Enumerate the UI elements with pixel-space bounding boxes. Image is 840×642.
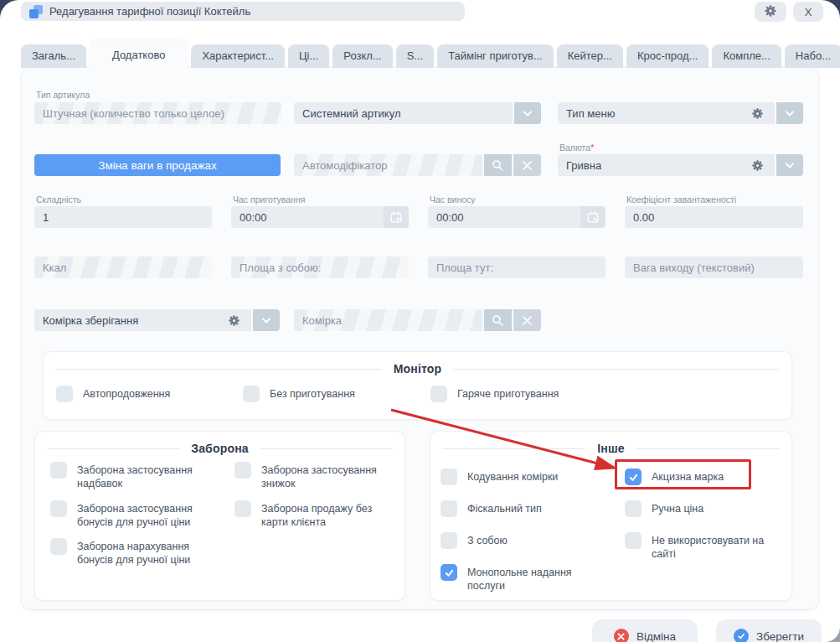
- complexity-field[interactable]: 1: [34, 206, 212, 228]
- tab-characteristics[interactable]: Характерист...: [191, 44, 285, 68]
- checkbox-manual-price[interactable]: Ручна ціна: [625, 500, 788, 517]
- currency-label: Валюта*: [559, 142, 594, 153]
- tab-cooking-timing[interactable]: Таймінг приготув...: [437, 44, 553, 68]
- dialog-titlebar: Редагування тарифної позиції Коктейль: [21, 2, 465, 21]
- tab-prices[interactable]: Ці...: [288, 44, 329, 68]
- other-section: Інше Кодування комірки Фіскальний тип З …: [430, 431, 792, 601]
- weight-output-field[interactable]: Вага виходу (текстовий): [625, 256, 803, 278]
- storage-cell-select[interactable]: Комірка зберігання: [34, 309, 280, 331]
- save-button[interactable]: Зберегти: [716, 619, 822, 642]
- area-togo-field[interactable]: Площа з собою:: [231, 256, 409, 278]
- checkbox-monopoly-service[interactable]: Монопольне надання послуги: [441, 564, 616, 593]
- menu-type-select[interactable]: Тип меню: [558, 102, 803, 124]
- save-check-icon: [734, 629, 749, 642]
- chevron-down-icon[interactable]: [514, 102, 541, 124]
- checkbox-box[interactable]: [441, 469, 457, 485]
- gear-icon[interactable]: [748, 156, 766, 174]
- other-section-title: Інше: [442, 442, 780, 455]
- gear-icon[interactable]: [224, 311, 243, 329]
- tab-cross-sale[interactable]: Крос-прод...: [626, 44, 709, 68]
- load-factor-label: Коефіцієнт завантаженості: [626, 194, 736, 205]
- checkbox-prohibit-bonuses-manual-price[interactable]: Заборона застосування бонусів для ручної…: [50, 500, 218, 530]
- checkbox-auto-continue[interactable]: Автопродовження: [56, 386, 243, 402]
- dialog-settings-button[interactable]: [755, 2, 786, 22]
- currency-select[interactable]: Гривна: [558, 154, 803, 176]
- tab-sets[interactable]: Набо...: [785, 44, 840, 68]
- checkbox-box[interactable]: [625, 500, 642, 517]
- dialog-title: Редагування тарифної позиції Коктейль: [49, 5, 250, 18]
- complexity-label: Складність: [36, 194, 81, 205]
- area-here-field[interactable]: Площа тут:: [428, 256, 606, 278]
- checkbox-box[interactable]: [50, 500, 67, 517]
- gear-icon: [764, 4, 777, 20]
- kcal-field[interactable]: Ккал: [34, 256, 212, 278]
- checkbox-box[interactable]: [56, 386, 73, 402]
- artikul-type-label: Тип артикула: [36, 90, 90, 100]
- required-asterisk: *: [590, 142, 594, 153]
- tab-additional[interactable]: Додатково: [90, 41, 188, 69]
- checkbox-box[interactable]: [441, 564, 457, 581]
- checkbox-box[interactable]: [625, 532, 642, 549]
- takeout-time-field[interactable]: 00:00: [428, 206, 606, 228]
- cooking-time-label: Час приготування: [233, 194, 305, 205]
- prohibitions-section: Заборона Заборона застосування надбавок …: [34, 431, 405, 601]
- checkbox-box[interactable]: [234, 500, 251, 517]
- checkbox-box[interactable]: [234, 462, 251, 479]
- layers-icon: [29, 5, 43, 18]
- checkbox-togo[interactable]: З собою: [441, 532, 616, 549]
- search-icon[interactable]: [484, 154, 512, 176]
- chevron-down-icon[interactable]: [776, 154, 803, 176]
- tab-general[interactable]: Загаль...: [21, 44, 86, 68]
- checkbox-box[interactable]: [243, 386, 260, 402]
- prohibitions-section-title: Заборона: [47, 442, 393, 455]
- checkbox-box[interactable]: [50, 538, 67, 555]
- clear-icon[interactable]: [513, 309, 541, 331]
- checkbox-box[interactable]: [441, 500, 457, 517]
- monitor-section-title: Монітор: [55, 362, 780, 375]
- takeout-time-label: Час виносу: [430, 194, 476, 205]
- tab-complex[interactable]: Компле...: [712, 44, 781, 68]
- artikul-type-field[interactable]: Штучная (количество только целое): [34, 102, 281, 124]
- tab-catering[interactable]: Кейтер...: [557, 44, 623, 68]
- clear-icon[interactable]: [513, 154, 541, 176]
- checkbox-hot-cooking[interactable]: Гаряче приготування: [430, 386, 559, 402]
- automodifier-search-field[interactable]: Автомодіфікатор: [294, 154, 541, 176]
- checkbox-prohibit-surcharges[interactable]: Заборона застосування надбавок: [50, 462, 218, 491]
- cooking-time-field[interactable]: 00:00: [231, 206, 409, 228]
- edit-tariff-dialog: Редагування тарифної позиції Коктейль X …: [0, 0, 840, 642]
- monitor-section: Монітор Автопродовження Без приготування…: [43, 351, 792, 420]
- cell-search-field[interactable]: Комірка: [294, 309, 541, 331]
- cancel-x-icon: [614, 629, 629, 642]
- cancel-button[interactable]: Відміна: [592, 619, 698, 642]
- checkbox-excise-stamp[interactable]: Акцизна марка: [625, 469, 788, 485]
- calendar-icon[interactable]: [384, 206, 409, 228]
- weight-change-button[interactable]: Зміна ваги в продажах: [34, 154, 281, 176]
- checkbox-box[interactable]: [50, 462, 67, 479]
- load-factor-field[interactable]: 0.00: [625, 206, 803, 228]
- system-artikul-select[interactable]: Системний артикул: [294, 102, 541, 124]
- checkbox-cell-coding[interactable]: Кодування комірки: [441, 469, 616, 485]
- checkbox-box[interactable]: [625, 469, 642, 485]
- checkbox-prohibit-sale-without-client-card[interactable]: Заборона продажу без карти клієнта: [234, 500, 398, 530]
- chevron-down-icon[interactable]: [253, 309, 280, 331]
- dialog-close-button[interactable]: X: [793, 2, 823, 22]
- checkbox-prohibit-discounts[interactable]: Заборона застосування знижок: [234, 462, 398, 491]
- checkbox-box[interactable]: [430, 386, 447, 402]
- checkbox-fiscal-type[interactable]: Фіскальний тип: [441, 500, 616, 517]
- search-icon[interactable]: [484, 309, 512, 331]
- checkbox-no-cooking[interactable]: Без приготування: [243, 386, 430, 402]
- tab-schedule[interactable]: Розкл...: [332, 44, 392, 68]
- tab-bar: Загаль... Додатково Характерист... Ці...…: [21, 40, 823, 68]
- tab-content-panel: Тип артикула Штучная (количество только …: [21, 67, 819, 610]
- checkbox-prohibit-accrual-bonuses-manual-price[interactable]: Заборона нарахування бонусів для ручної …: [50, 538, 218, 567]
- checkbox-box[interactable]: [441, 532, 457, 549]
- chevron-down-icon[interactable]: [776, 102, 803, 124]
- tab-s[interactable]: S...: [396, 44, 435, 68]
- calendar-icon[interactable]: [580, 206, 606, 228]
- gear-icon[interactable]: [748, 104, 766, 122]
- checkbox-not-use-on-site[interactable]: Не використовувати на сайті: [625, 532, 788, 562]
